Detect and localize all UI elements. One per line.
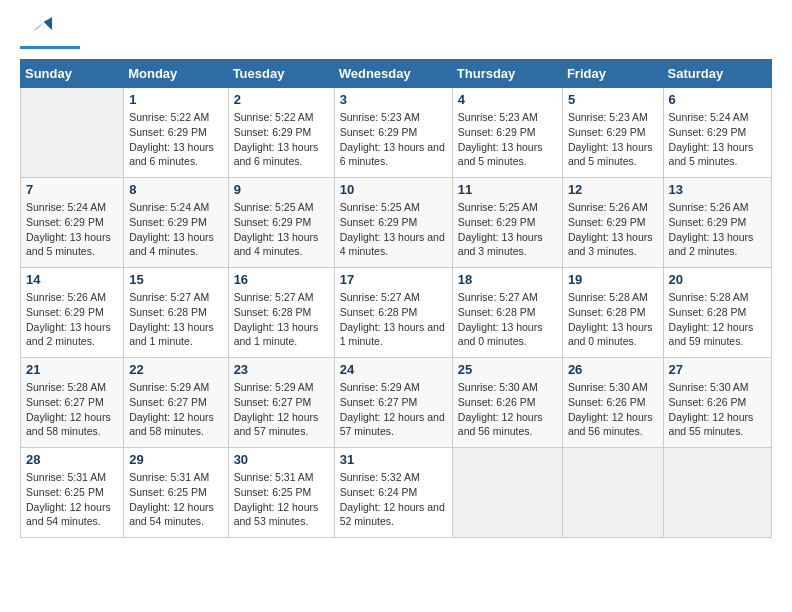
logo-underline — [20, 46, 80, 49]
calendar-cell — [663, 448, 771, 538]
day-info: Sunrise: 5:30 AMSunset: 6:26 PMDaylight:… — [669, 380, 766, 439]
calendar-cell: 3Sunrise: 5:23 AMSunset: 6:29 PMDaylight… — [334, 88, 452, 178]
day-number: 9 — [234, 182, 329, 197]
day-info: Sunrise: 5:26 AMSunset: 6:29 PMDaylight:… — [26, 290, 118, 349]
day-number: 3 — [340, 92, 447, 107]
day-number: 7 — [26, 182, 118, 197]
day-info: Sunrise: 5:31 AMSunset: 6:25 PMDaylight:… — [234, 470, 329, 529]
calendar-cell: 9Sunrise: 5:25 AMSunset: 6:29 PMDaylight… — [228, 178, 334, 268]
calendar-cell: 24Sunrise: 5:29 AMSunset: 6:27 PMDayligh… — [334, 358, 452, 448]
weekday-header-wednesday: Wednesday — [334, 60, 452, 88]
calendar-cell: 22Sunrise: 5:29 AMSunset: 6:27 PMDayligh… — [124, 358, 228, 448]
calendar-cell: 19Sunrise: 5:28 AMSunset: 6:28 PMDayligh… — [562, 268, 663, 358]
calendar-cell: 2Sunrise: 5:22 AMSunset: 6:29 PMDaylight… — [228, 88, 334, 178]
calendar-cell: 7Sunrise: 5:24 AMSunset: 6:29 PMDaylight… — [21, 178, 124, 268]
day-number: 25 — [458, 362, 557, 377]
svg-marker-1 — [44, 17, 52, 30]
day-info: Sunrise: 5:27 AMSunset: 6:28 PMDaylight:… — [234, 290, 329, 349]
day-info: Sunrise: 5:24 AMSunset: 6:29 PMDaylight:… — [669, 110, 766, 169]
header — [20, 20, 772, 49]
weekday-header-sunday: Sunday — [21, 60, 124, 88]
day-info: Sunrise: 5:29 AMSunset: 6:27 PMDaylight:… — [340, 380, 447, 439]
day-info: Sunrise: 5:24 AMSunset: 6:29 PMDaylight:… — [26, 200, 118, 259]
calendar-cell: 16Sunrise: 5:27 AMSunset: 6:28 PMDayligh… — [228, 268, 334, 358]
day-info: Sunrise: 5:31 AMSunset: 6:25 PMDaylight:… — [129, 470, 222, 529]
weekday-header-monday: Monday — [124, 60, 228, 88]
day-info: Sunrise: 5:30 AMSunset: 6:26 PMDaylight:… — [458, 380, 557, 439]
day-number: 5 — [568, 92, 658, 107]
calendar-cell: 17Sunrise: 5:27 AMSunset: 6:28 PMDayligh… — [334, 268, 452, 358]
day-info: Sunrise: 5:25 AMSunset: 6:29 PMDaylight:… — [458, 200, 557, 259]
day-info: Sunrise: 5:29 AMSunset: 6:27 PMDaylight:… — [234, 380, 329, 439]
calendar-cell: 11Sunrise: 5:25 AMSunset: 6:29 PMDayligh… — [452, 178, 562, 268]
calendar-cell: 6Sunrise: 5:24 AMSunset: 6:29 PMDaylight… — [663, 88, 771, 178]
calendar-cell: 1Sunrise: 5:22 AMSunset: 6:29 PMDaylight… — [124, 88, 228, 178]
day-number: 12 — [568, 182, 658, 197]
day-number: 23 — [234, 362, 329, 377]
day-info: Sunrise: 5:32 AMSunset: 6:24 PMDaylight:… — [340, 470, 447, 529]
day-number: 18 — [458, 272, 557, 287]
calendar-cell: 23Sunrise: 5:29 AMSunset: 6:27 PMDayligh… — [228, 358, 334, 448]
week-row-4: 21Sunrise: 5:28 AMSunset: 6:27 PMDayligh… — [21, 358, 772, 448]
day-info: Sunrise: 5:26 AMSunset: 6:29 PMDaylight:… — [669, 200, 766, 259]
weekday-header-row: SundayMondayTuesdayWednesdayThursdayFrid… — [21, 60, 772, 88]
calendar-cell — [452, 448, 562, 538]
day-number: 13 — [669, 182, 766, 197]
day-number: 28 — [26, 452, 118, 467]
day-info: Sunrise: 5:28 AMSunset: 6:28 PMDaylight:… — [669, 290, 766, 349]
day-number: 11 — [458, 182, 557, 197]
day-number: 15 — [129, 272, 222, 287]
calendar-cell: 25Sunrise: 5:30 AMSunset: 6:26 PMDayligh… — [452, 358, 562, 448]
day-info: Sunrise: 5:25 AMSunset: 6:29 PMDaylight:… — [234, 200, 329, 259]
calendar-cell: 10Sunrise: 5:25 AMSunset: 6:29 PMDayligh… — [334, 178, 452, 268]
day-number: 2 — [234, 92, 329, 107]
day-number: 14 — [26, 272, 118, 287]
day-info: Sunrise: 5:27 AMSunset: 6:28 PMDaylight:… — [129, 290, 222, 349]
calendar-cell: 12Sunrise: 5:26 AMSunset: 6:29 PMDayligh… — [562, 178, 663, 268]
day-number: 31 — [340, 452, 447, 467]
day-info: Sunrise: 5:27 AMSunset: 6:28 PMDaylight:… — [458, 290, 557, 349]
day-info: Sunrise: 5:23 AMSunset: 6:29 PMDaylight:… — [458, 110, 557, 169]
day-number: 8 — [129, 182, 222, 197]
day-number: 17 — [340, 272, 447, 287]
weekday-header-saturday: Saturday — [663, 60, 771, 88]
calendar-cell — [21, 88, 124, 178]
day-info: Sunrise: 5:28 AMSunset: 6:28 PMDaylight:… — [568, 290, 658, 349]
week-row-3: 14Sunrise: 5:26 AMSunset: 6:29 PMDayligh… — [21, 268, 772, 358]
logo — [20, 20, 80, 49]
calendar-cell: 31Sunrise: 5:32 AMSunset: 6:24 PMDayligh… — [334, 448, 452, 538]
weekday-header-tuesday: Tuesday — [228, 60, 334, 88]
calendar-cell: 14Sunrise: 5:26 AMSunset: 6:29 PMDayligh… — [21, 268, 124, 358]
day-info: Sunrise: 5:22 AMSunset: 6:29 PMDaylight:… — [129, 110, 222, 169]
calendar-cell — [562, 448, 663, 538]
day-number: 24 — [340, 362, 447, 377]
day-info: Sunrise: 5:28 AMSunset: 6:27 PMDaylight:… — [26, 380, 118, 439]
calendar-table: SundayMondayTuesdayWednesdayThursdayFrid… — [20, 59, 772, 538]
day-info: Sunrise: 5:26 AMSunset: 6:29 PMDaylight:… — [568, 200, 658, 259]
day-info: Sunrise: 5:23 AMSunset: 6:29 PMDaylight:… — [568, 110, 658, 169]
calendar-cell: 26Sunrise: 5:30 AMSunset: 6:26 PMDayligh… — [562, 358, 663, 448]
logo-icon — [24, 12, 54, 42]
day-number: 10 — [340, 182, 447, 197]
weekday-header-thursday: Thursday — [452, 60, 562, 88]
day-info: Sunrise: 5:31 AMSunset: 6:25 PMDaylight:… — [26, 470, 118, 529]
weekday-header-friday: Friday — [562, 60, 663, 88]
day-number: 30 — [234, 452, 329, 467]
day-info: Sunrise: 5:24 AMSunset: 6:29 PMDaylight:… — [129, 200, 222, 259]
day-info: Sunrise: 5:30 AMSunset: 6:26 PMDaylight:… — [568, 380, 658, 439]
calendar-cell: 29Sunrise: 5:31 AMSunset: 6:25 PMDayligh… — [124, 448, 228, 538]
week-row-1: 1Sunrise: 5:22 AMSunset: 6:29 PMDaylight… — [21, 88, 772, 178]
day-number: 27 — [669, 362, 766, 377]
day-info: Sunrise: 5:29 AMSunset: 6:27 PMDaylight:… — [129, 380, 222, 439]
calendar-cell: 30Sunrise: 5:31 AMSunset: 6:25 PMDayligh… — [228, 448, 334, 538]
day-info: Sunrise: 5:25 AMSunset: 6:29 PMDaylight:… — [340, 200, 447, 259]
calendar-cell: 5Sunrise: 5:23 AMSunset: 6:29 PMDaylight… — [562, 88, 663, 178]
calendar-cell: 21Sunrise: 5:28 AMSunset: 6:27 PMDayligh… — [21, 358, 124, 448]
day-number: 16 — [234, 272, 329, 287]
day-info: Sunrise: 5:23 AMSunset: 6:29 PMDaylight:… — [340, 110, 447, 169]
calendar-cell: 4Sunrise: 5:23 AMSunset: 6:29 PMDaylight… — [452, 88, 562, 178]
day-info: Sunrise: 5:27 AMSunset: 6:28 PMDaylight:… — [340, 290, 447, 349]
day-number: 1 — [129, 92, 222, 107]
calendar-cell: 18Sunrise: 5:27 AMSunset: 6:28 PMDayligh… — [452, 268, 562, 358]
day-info: Sunrise: 5:22 AMSunset: 6:29 PMDaylight:… — [234, 110, 329, 169]
